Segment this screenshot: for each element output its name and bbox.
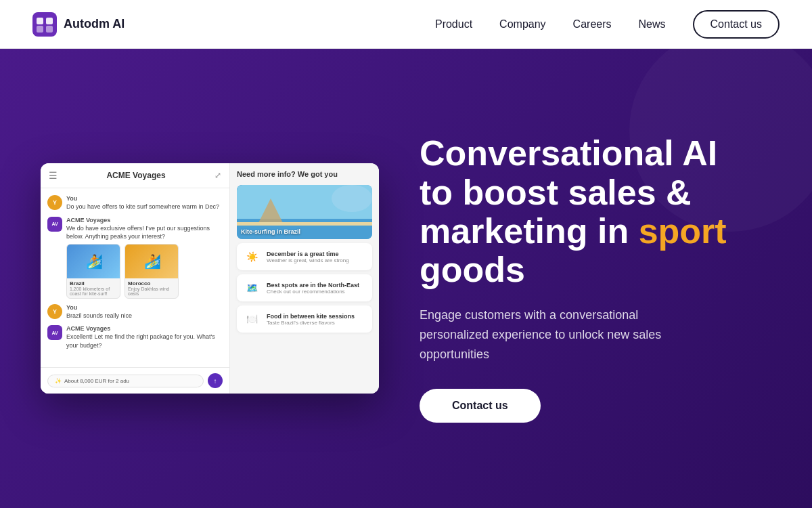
product-desc: 1,200 kilometers of coast for kite-surf!: [70, 287, 117, 296]
svg-rect-2: [46, 18, 53, 24]
hero-line3-post: goods: [420, 250, 525, 289]
message-text: We do have exclusive offers! I've put ou…: [66, 224, 223, 241]
message-text: Brazil sounds really nice: [66, 312, 223, 320]
info-desc: Taste Brazil's diverse flavors: [267, 320, 367, 326]
hero-heading: Conversational AI to boost sales & marke…: [420, 134, 771, 289]
chat-right-panel: Need more info? We got you Kite-surfing …: [230, 163, 379, 394]
svg-rect-4: [46, 26, 53, 33]
info-title: December is a great time: [267, 251, 367, 257]
nav-company[interactable]: Company: [499, 18, 545, 30]
product-label: Morocco Enjoy Dakhlas wind oasis: [125, 278, 178, 298]
info-text-weather: December is a great time Weather is grea…: [267, 251, 367, 263]
logo-text: Autodm AI: [64, 17, 125, 31]
info-desc: Check out our recommendations: [267, 289, 367, 295]
chat-input-display[interactable]: ✨ About 8,000 EUR for 2 adu: [47, 375, 204, 387]
info-item-spots: 🗺️ Best spots are in the North-East Chec…: [237, 274, 372, 301]
product-card-morocco: 🏄 Morocco Enjoy Dakhlas wind oasis: [125, 244, 179, 299]
hero-text: Conversational AI to boost sales & marke…: [379, 134, 771, 422]
svg-rect-3: [37, 26, 43, 33]
user-avatar: Y: [47, 304, 62, 319]
food-icon: 🍽️: [242, 310, 261, 329]
message-content: ACME Voyages We do have exclusive offers…: [66, 217, 223, 299]
hero-line1: Conversational AI: [420, 133, 717, 173]
right-hero-label: Kite-surfing in Brazil: [241, 228, 300, 235]
bot-avatar: AV: [47, 325, 62, 340]
svg-rect-0: [32, 12, 57, 37]
product-label: Brazil 1,200 kilometers of coast for kit…: [67, 278, 120, 298]
sparkle-icon: ✨: [55, 378, 62, 384]
logo-icon: [32, 12, 57, 37]
info-title: Best spots are in the North-East: [267, 282, 367, 289]
info-desc: Weather is great, winds are strong: [267, 257, 367, 263]
svg-point-7: [332, 185, 372, 212]
message-row: AV ACME Voyages Excellent! Let me find t…: [47, 325, 223, 350]
info-item-weather: ☀️ December is a great time Weather is g…: [237, 243, 372, 270]
bot-avatar: AV: [47, 217, 62, 232]
nav-careers[interactable]: Careers: [573, 18, 612, 30]
message-sender: ACME Voyages: [66, 217, 223, 224]
sun-icon: ☀️: [242, 247, 261, 266]
message-content: You Do you have offers to kite surf some…: [66, 195, 223, 211]
product-card-brazil: 🏄 Brazil 1,200 kilometers of coast for k…: [66, 244, 120, 299]
nav-links: Product Company Careers News Contact us: [435, 10, 780, 39]
right-hero-image: Kite-surfing in Brazil: [237, 185, 372, 239]
info-title: Food in between kite sessions: [267, 313, 367, 320]
chat-header: ☰ ACME Voyages ⤢: [41, 163, 229, 188]
nav-product[interactable]: Product: [435, 18, 472, 30]
chat-title: ACME Voyages: [58, 171, 215, 180]
map-icon: 🗺️: [242, 278, 261, 297]
info-text-spots: Best spots are in the North-East Check o…: [267, 282, 367, 295]
message-sender: You: [66, 304, 223, 311]
chat-mockup: ☰ ACME Voyages ⤢ Y You Do you have offer…: [41, 163, 379, 394]
message-sender: You: [66, 195, 223, 202]
message-sender: ACME Voyages: [66, 325, 223, 332]
right-panel-header: Need more info? We got you: [237, 170, 372, 178]
chat-input-row: ✨ About 8,000 EUR for 2 adu ↑: [41, 367, 229, 394]
hero-line2: to boost sales &: [420, 173, 692, 212]
chat-left-panel: ☰ ACME Voyages ⤢ Y You Do you have offer…: [41, 163, 230, 394]
user-avatar: Y: [47, 195, 62, 210]
message-row: Y You Do you have offers to kite surf so…: [47, 195, 223, 211]
message-text: Excellent! Let me find the right package…: [66, 333, 223, 350]
chat-messages: Y You Do you have offers to kite surf so…: [41, 188, 229, 367]
message-row: AV ACME Voyages We do have exclusive off…: [47, 217, 223, 299]
message-text: Do you have offers to kite surf somewher…: [66, 203, 223, 211]
hero-highlight: sport: [639, 211, 727, 251]
product-name: Morocco: [128, 280, 175, 287]
info-text-food: Food in between kite sessions Taste Braz…: [267, 313, 367, 326]
nav-contact-button[interactable]: Contact us: [693, 10, 780, 39]
menu-icon: ☰: [49, 170, 58, 181]
expand-icon: ⤢: [215, 171, 221, 180]
product-name: Brazil: [70, 280, 117, 287]
product-image-morocco: 🏄: [125, 245, 179, 278]
navbar: Autodm AI Product Company Careers News C…: [0, 0, 812, 49]
hero-cta-button[interactable]: Contact us: [420, 389, 541, 423]
message-content: ACME Voyages Excellent! Let me find the …: [66, 325, 223, 350]
svg-rect-1: [37, 18, 43, 24]
svg-rect-9: [237, 222, 372, 226]
hero-subtext: Engage customers with a conversational p…: [420, 305, 704, 364]
logo[interactable]: Autodm AI: [32, 12, 125, 37]
message-row: Y You Brazil sounds really nice: [47, 304, 223, 320]
hero-line3-pre: marketing in: [420, 211, 639, 251]
send-button[interactable]: ↑: [208, 373, 223, 388]
info-item-food: 🍽️ Food in between kite sessions Taste B…: [237, 305, 372, 333]
chat-input-value: About 8,000 EUR for 2 adu: [64, 378, 129, 384]
product-image-brazil: 🏄: [67, 245, 120, 278]
product-cards: 🏄 Brazil 1,200 kilometers of coast for k…: [66, 244, 223, 299]
product-desc: Enjoy Dakhlas wind oasis: [128, 287, 175, 296]
message-content: You Brazil sounds really nice: [66, 304, 223, 320]
nav-news[interactable]: News: [639, 18, 666, 30]
hero-section: ☰ ACME Voyages ⤢ Y You Do you have offer…: [0, 49, 812, 508]
